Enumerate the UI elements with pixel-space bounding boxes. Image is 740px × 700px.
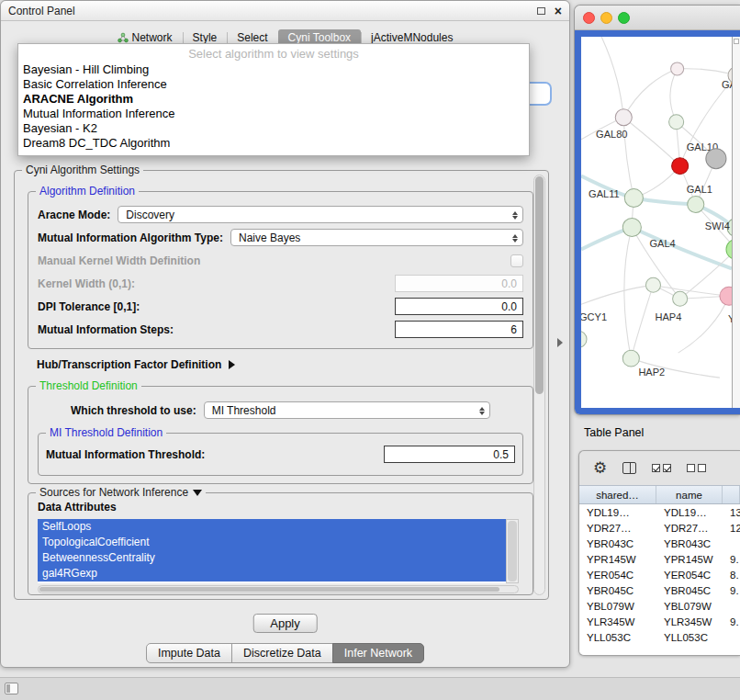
- hub-definition-toggle[interactable]: Hub/Transcription Factor Definition: [37, 358, 235, 371]
- algorithm-option[interactable]: Bayesian - Hill Climbing: [18, 62, 529, 77]
- attribute-option[interactable]: TopologicalCoefficient: [38, 535, 506, 550]
- panel-toggle-icon[interactable]: [5, 683, 18, 694]
- manual-kernel-label: Manual Kernel Width Definition: [38, 254, 200, 267]
- table-row[interactable]: YBR045C YBR045C 9.: [579, 582, 740, 598]
- network-node[interactable]: [581, 331, 587, 347]
- aracne-mode-label: Aracne Mode:: [38, 209, 110, 221]
- gear-icon[interactable]: ⚙: [593, 460, 607, 476]
- data-attributes-label: Data Attributes: [38, 501, 117, 514]
- table-row[interactable]: YDR27… YDR27… 12: [579, 520, 740, 536]
- tab-infer-network[interactable]: Infer Network: [332, 643, 424, 663]
- column-header-name[interactable]: name: [656, 486, 723, 503]
- algorithm-option[interactable]: Basic Correlation Inference: [18, 77, 529, 92]
- attribute-option[interactable]: BetweennessCentrality: [38, 550, 506, 566]
- select-arrows-icon: [512, 209, 518, 222]
- which-threshold-select[interactable]: MI Threshold: [204, 401, 490, 419]
- zoom-traffic-light-icon[interactable]: [618, 12, 630, 24]
- table-row[interactable]: YLL053C YLL053C: [579, 629, 740, 645]
- manual-kernel-row: Manual Kernel Width Definition: [38, 249, 523, 272]
- scrollbar-thumb[interactable]: [535, 176, 544, 394]
- expand-icon: [229, 360, 235, 369]
- network-node[interactable]: [615, 109, 632, 126]
- window-title: Control Panel: [8, 5, 75, 17]
- algorithm-list: Bayesian - Hill ClimbingBasic Correlatio…: [18, 62, 529, 151]
- attribute-option[interactable]: gal4RGexp: [38, 566, 506, 581]
- mi-steps-input[interactable]: [395, 321, 523, 338]
- network-node[interactable]: [622, 219, 641, 237]
- manual-kernel-checkbox[interactable]: [510, 254, 523, 267]
- tab-impute-data[interactable]: Impute Data: [146, 643, 232, 663]
- attribute-listbox[interactable]: SelfLoopsTopologicalCoefficientBetweenne…: [38, 519, 519, 583]
- attribute-option[interactable]: SelfLoops: [38, 519, 506, 535]
- columns-icon[interactable]: [622, 462, 636, 474]
- dpi-tolerance-input[interactable]: [395, 298, 523, 315]
- control-panel-titlebar: Control Panel ×: [1, 1, 569, 21]
- bottom-tab-strip: Impute Data Discretize Data Infer Networ…: [1, 643, 569, 663]
- table-row[interactable]: YBR043C YBR043C: [579, 536, 740, 551]
- apply-button[interactable]: Apply: [252, 614, 318, 633]
- close-traffic-light-icon[interactable]: [583, 12, 595, 24]
- tab-discretize-data[interactable]: Discretize Data: [231, 643, 333, 663]
- column-header-extra[interactable]: [723, 486, 740, 503]
- cell-extra: [723, 536, 740, 551]
- select-arrows-icon: [512, 231, 518, 245]
- scroll-button[interactable]: [734, 39, 739, 44]
- network-scrollbar[interactable]: [732, 37, 740, 408]
- cell-shared-name: YDL19…: [579, 504, 656, 520]
- cell-extra: 13: [723, 504, 740, 520]
- network-node[interactable]: [673, 291, 688, 306]
- network-node[interactable]: [672, 158, 689, 175]
- deselect-all-icon[interactable]: [687, 464, 706, 472]
- scrollbar-thumb[interactable]: [39, 587, 499, 592]
- network-node-label: GAL11: [589, 188, 620, 199]
- network-canvas[interactable]: GAL80GALGAL10GAL11GAL1SWI4GAL4GCY1HAP4HA…: [581, 37, 732, 408]
- cell-shared-name: YER054C: [579, 567, 656, 582]
- network-node[interactable]: [706, 149, 726, 169]
- network-node[interactable]: [671, 62, 684, 75]
- settings-scrollbar[interactable]: [533, 175, 545, 595]
- mi-threshold-input[interactable]: [384, 446, 515, 463]
- cell-shared-name: YBL079W: [579, 598, 656, 614]
- cell-extra: [723, 598, 740, 614]
- network-edges: [581, 37, 732, 378]
- table-row[interactable]: YBL079W YBL079W: [579, 598, 740, 614]
- network-node[interactable]: [688, 197, 704, 213]
- kernel-width-input[interactable]: [395, 275, 523, 292]
- tab-label: jActiveMNodules: [371, 31, 453, 44]
- cell-name: YBR043C: [656, 536, 723, 551]
- control-panel-window: Control Panel × Network Style Select Cyn…: [0, 0, 570, 668]
- network-node[interactable]: [669, 115, 684, 130]
- select-all-icon[interactable]: [652, 464, 671, 472]
- network-frame: GAL80GALGAL10GAL11GAL1SWI4GAL4GCY1HAP4HA…: [575, 30, 740, 414]
- table-row[interactable]: YPR145W YPR145W 9.: [579, 551, 740, 567]
- aracne-mode-row: Aracne Mode: Discovery: [38, 203, 523, 226]
- table-row[interactable]: YLR345W YLR345W 9.: [579, 614, 740, 629]
- sources-legend[interactable]: Sources for Network Inference: [36, 486, 206, 499]
- splitter-handle[interactable]: [557, 338, 563, 347]
- network-node[interactable]: [624, 189, 643, 208]
- algorithm-placeholder: Select algorithm to view settings: [18, 46, 529, 62]
- column-header-shared[interactable]: shared…: [579, 486, 656, 503]
- algorithm-option[interactable]: Bayesian - K2: [18, 121, 529, 136]
- attribute-items: SelfLoopsTopologicalCoefficientBetweenne…: [38, 519, 506, 581]
- cell-extra: 9.: [723, 551, 740, 567]
- threshold-legend: Threshold Definition: [36, 379, 141, 392]
- network-node[interactable]: [645, 277, 660, 292]
- network-window: GAL80GALGAL10GAL11GAL1SWI4GAL4GCY1HAP4HA…: [574, 5, 740, 415]
- algorithm-option[interactable]: Dream8 DC_TDC Algorithm: [18, 136, 529, 151]
- algorithm-option[interactable]: ARACNE Algorithm: [18, 92, 529, 107]
- attribute-hscrollbar[interactable]: [38, 585, 519, 593]
- network-node[interactable]: [622, 350, 639, 367]
- scrollbar-thumb[interactable]: [508, 521, 517, 581]
- network-node-label: HAP2: [638, 367, 665, 378]
- aracne-mode-select[interactable]: Discovery: [118, 206, 523, 223]
- table-row[interactable]: YER054C YER054C 8.: [579, 567, 740, 582]
- attribute-scrollbar[interactable]: [506, 519, 519, 583]
- float-window-icon[interactable]: [537, 7, 545, 15]
- algorithm-option[interactable]: Mutual Information Inference: [18, 107, 529, 121]
- minimize-traffic-light-icon[interactable]: [600, 12, 612, 24]
- network-node[interactable]: [720, 287, 732, 305]
- mi-type-select[interactable]: Naive Bayes: [230, 229, 523, 246]
- table-row[interactable]: YDL19… YDL19… 13: [579, 504, 740, 520]
- close-icon[interactable]: ×: [555, 5, 562, 17]
